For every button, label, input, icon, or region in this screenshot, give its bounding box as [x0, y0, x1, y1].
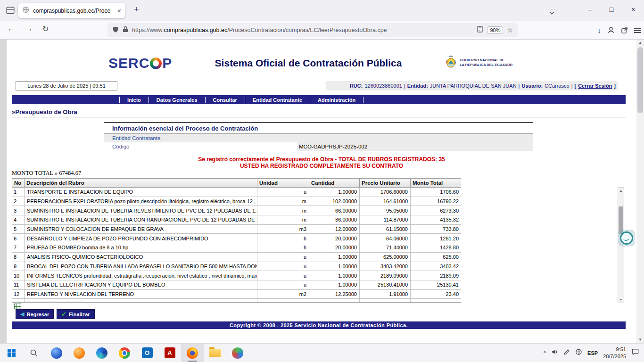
taskbar-chrome[interactable]	[113, 344, 136, 362]
entidad-value: JUNTA PARROQUIAL DE SAN JUAN	[430, 83, 517, 89]
volume-icon[interactable]	[551, 348, 558, 357]
reader-view-icon[interactable]	[477, 26, 483, 34]
monto-total: MONTO TOTAL » 67484.67	[12, 170, 81, 177]
lock-icon[interactable]	[123, 26, 128, 34]
process-info-box: Información esencial del Proceso de Cont…	[104, 122, 533, 151]
tray-chevron-icon[interactable]: ^	[544, 350, 546, 356]
tray-time: 9:51	[603, 346, 626, 353]
col-descripcion: Descripción del Rubro	[25, 179, 257, 188]
menu-icon[interactable]	[634, 28, 641, 33]
session-bar: RUC: 1260023860001 | Entidad: JUNTA PARR…	[326, 81, 618, 90]
zoom-level-badge[interactable]: 90%	[487, 26, 503, 34]
chrome-icon	[119, 347, 130, 359]
taskbar-app-blue[interactable]	[45, 344, 68, 362]
tray-date: 28/7/2025	[603, 353, 626, 360]
shield-icon[interactable]	[112, 26, 119, 35]
edge-icon	[96, 347, 107, 359]
table-scroll-down-icon[interactable]: ▼	[618, 296, 624, 303]
pen-icon[interactable]	[563, 349, 570, 357]
finalizar-button[interactable]: ✓ Finalizar	[57, 309, 95, 319]
usuario-value: CCarrasco	[545, 83, 570, 89]
close-button[interactable]: ×	[622, 0, 644, 19]
taskbar-clock[interactable]: 9:51 28/7/2025	[603, 346, 626, 360]
cerrar-sesion-link[interactable]: Cerrar Sesión	[578, 83, 612, 89]
breadcrumb: »Presupuesto de Obra	[12, 108, 77, 115]
notification-center-icon[interactable]	[631, 348, 639, 358]
firefox-view-icon[interactable]	[6, 6, 15, 15]
floating-assistant-button[interactable]	[618, 230, 635, 247]
web-page: SERCP Sistema Oficial de Contratación Pú…	[7, 40, 636, 343]
taskbar-outlook[interactable]: O	[136, 344, 158, 362]
datetime-box: Lunes 28 de Julio de 2025 | 09:51	[16, 81, 117, 90]
taskbar-edge[interactable]	[91, 344, 113, 362]
minimize-button[interactable]: –	[579, 0, 601, 19]
page-scrollbar[interactable]: ▲ ▼	[636, 40, 644, 343]
tab-list-chevron-icon[interactable]	[549, 8, 554, 16]
network-icon[interactable]	[575, 348, 582, 357]
table-row: 8 ANALISIS FISICO- QUIMICO BACTERIOLOGIC…	[12, 252, 462, 262]
search-button[interactable]	[23, 344, 45, 362]
reload-button[interactable]: ↻	[42, 25, 49, 33]
codigo-value: MCO-GADPRSJP-2025-002	[297, 142, 533, 151]
table-row: 12 REPLANTEO Y NIVELACION DEL TERRENO m2…	[12, 289, 462, 299]
ruc-value: 1260023860001	[364, 83, 402, 89]
table-row: 10 INFORMES TECNICOS profundidad, estrat…	[12, 271, 462, 280]
menu-item[interactable]: Inicio	[119, 97, 149, 103]
taskbar-app-orange[interactable]	[68, 344, 91, 362]
info-title: Información esencial del Proceso de Cont…	[104, 123, 533, 134]
back-arrow-icon: ◀	[20, 311, 24, 317]
ecuador-coat-of-arms-icon	[445, 55, 457, 71]
taskbar-acrobat[interactable]: A	[158, 344, 181, 362]
gov-text-line2: LA REPUBLICA DEL ECUADOR	[460, 63, 512, 67]
menu-item[interactable]: Datos Generales	[149, 97, 205, 103]
menu-item[interactable]: Consultar	[205, 97, 245, 103]
col-cantidad: Cantidad	[309, 179, 360, 188]
app-icon	[232, 347, 243, 359]
file-explorer-icon	[209, 349, 221, 357]
check-icon: ✓	[61, 311, 66, 318]
tab-title: compraspublicas.gob.ec/Proce	[33, 8, 114, 14]
start-button[interactable]	[0, 344, 23, 362]
extensions-icon[interactable]	[621, 27, 628, 34]
table-row: 9 BROCAL DEL POZO CON TUBERIA ANILLADA P…	[12, 262, 462, 271]
gov-text-line1: GOBIERNO NACIONAL DE	[460, 58, 512, 63]
account-icon[interactable]	[607, 26, 615, 34]
forward-button[interactable]: →	[25, 25, 33, 33]
table-row: 1 TRANSPORTE E INSTALACION DE EQUIPO u 1…	[12, 188, 462, 197]
menu-item[interactable]: Entidad Contratante	[245, 97, 310, 103]
table-row: 7 PRUEBA DE BOMBEO bomba de 8 a 10 hp h …	[12, 243, 462, 253]
page-title: Sistema Oficial de Contratación Pública	[157, 58, 459, 69]
menu-item[interactable]: Administración	[310, 97, 363, 103]
acrobat-icon: A	[165, 347, 175, 358]
firefox-icon	[187, 347, 198, 359]
table-row: 5 SUMINISTRO Y COLOCACION DE EMPAQUE DE …	[12, 224, 462, 234]
tab-close-icon[interactable]: ×	[117, 8, 121, 14]
downloads-icon[interactable]: ↓	[598, 26, 602, 34]
scroll-up-icon[interactable]: ▲	[636, 40, 644, 46]
language-indicator[interactable]: ESP	[587, 350, 598, 356]
address-bar[interactable]: https://www.compraspublicas.gob.ec/Proce…	[107, 23, 518, 37]
col-no: No	[12, 179, 25, 188]
success-message-line1: Se registró correctamente el Presupuesto…	[7, 156, 636, 163]
url-text: https://www.compraspublicas.gob.ec/Proce…	[132, 27, 473, 33]
info-row-codigo: Código MCO-GADPRSJP-2025-002	[104, 142, 533, 151]
taskbar: O A ^ ESP 9:51 28/7/2025	[0, 343, 644, 362]
scroll-thumb[interactable]	[637, 47, 643, 113]
rubros-table-wrap: No Descripción del Rubro Unidad Cantidad…	[12, 178, 461, 303]
export-grid-icon[interactable]	[14, 304, 21, 309]
taskbar-firefox-active[interactable]	[181, 344, 204, 362]
bookmark-star-icon[interactable]: ☆	[507, 26, 513, 34]
info-row-entidad: Entidad Contratante	[104, 134, 533, 142]
taskbar-file-explorer[interactable]	[204, 344, 226, 362]
table-scroll-up-icon[interactable]: ▲	[618, 188, 624, 194]
maximize-button[interactable]: □	[601, 0, 622, 19]
taskbar-app-misc[interactable]	[226, 344, 249, 362]
new-tab-button[interactable]: +	[134, 5, 139, 15]
back-button[interactable]: ←	[8, 25, 15, 33]
table-header-row: No Descripción del Rubro Unidad Cantidad…	[12, 179, 462, 188]
regresar-button[interactable]: ◀ Regresar	[16, 309, 54, 319]
scroll-down-icon[interactable]: ▼	[636, 337, 644, 343]
browser-tab[interactable]: compraspublicas.gob.ec/Proce ×	[18, 3, 125, 18]
entidad-contratante-label: Entidad Contratante	[104, 135, 297, 141]
success-message-line2: USTED HA REGISTRADO COMPLETAMENTE SU CON…	[7, 163, 636, 169]
